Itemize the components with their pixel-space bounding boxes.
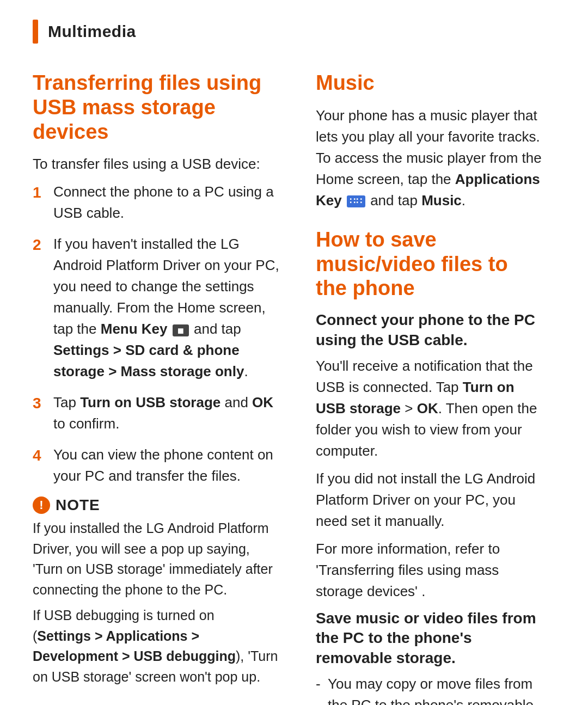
save-subtitle-2: Save music or video files from the PC to… <box>316 609 544 668</box>
save-para-3: For more information, refer to 'Transfer… <box>316 538 544 602</box>
step-1-num: 1 <box>33 181 48 204</box>
header-title: Multimedia <box>48 22 136 41</box>
music-body-text: Your phone has a music player that lets … <box>316 105 544 211</box>
step-3-num: 3 <box>33 392 48 415</box>
note-para-2: If USB debugging is turned on(Settings >… <box>33 605 283 687</box>
music-section-title: Music <box>316 71 544 95</box>
note-header: ! NOTE <box>33 496 283 514</box>
steps-list: 1 Connect the phone to a PC using a USB … <box>33 181 283 487</box>
step-2-text: If you haven't installed the LG Android … <box>53 234 283 382</box>
step-4: 4 You can view the phone content on your… <box>33 444 283 487</box>
page-header: Multimedia <box>0 0 588 54</box>
save-para-2: If you did not install the LG Android Pl… <box>316 468 544 532</box>
step-4-num: 4 <box>33 444 48 467</box>
note-title: NOTE <box>56 496 100 514</box>
save-section: How to save music/video files to the pho… <box>316 228 544 705</box>
header-accent-bar <box>33 20 38 44</box>
save-subtitle-1: Connect your phone to the PC using the U… <box>316 310 544 350</box>
note-icon: ! <box>33 496 50 514</box>
left-section-title: Transferring files using USB mass storag… <box>33 71 283 144</box>
note-para-1: If you installed the LG Android Platform… <box>33 518 283 600</box>
bullet-item-1: You may copy or move files from the PC t… <box>316 673 544 705</box>
save-para-1: You'll receive a notification that the U… <box>316 355 544 462</box>
save-bullet-list: You may copy or move files from the PC t… <box>316 673 544 705</box>
step-2-num: 2 <box>33 234 48 256</box>
step-3-text: Tap Turn on USB storage and OK to confir… <box>53 392 283 434</box>
step-1: 1 Connect the phone to a PC using a USB … <box>33 181 283 224</box>
left-column: Transferring files using USB mass storag… <box>33 71 283 705</box>
step-4-text: You can view the phone content on your P… <box>53 444 283 487</box>
content-columns: Transferring files using USB mass storag… <box>0 54 588 705</box>
page: Multimedia Transferring files using USB … <box>0 0 588 705</box>
step-1-text: Connect the phone to a PC using a USB ca… <box>53 181 283 224</box>
note-box: ! NOTE If you installed the LG Android P… <box>33 496 283 687</box>
step-2: 2 If you haven't installed the LG Androi… <box>33 234 283 382</box>
intro-text: To transfer files using a USB device: <box>33 154 283 175</box>
step-3: 3 Tap Turn on USB storage and OK to conf… <box>33 392 283 434</box>
applications-key-icon: ∷∷ <box>347 195 365 207</box>
save-section-title: How to save music/video files to the pho… <box>316 228 544 301</box>
right-column: Music Your phone has a music player that… <box>316 71 544 705</box>
menu-key-icon: ■ <box>173 324 189 336</box>
